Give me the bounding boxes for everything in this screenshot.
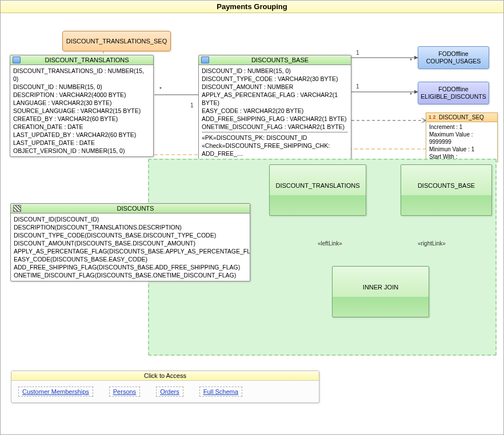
table-icon xyxy=(201,57,209,63)
col: DISCOUNT_TYPE_CODE(DISCOUNTS_BASE.DISCOU… xyxy=(14,231,247,239)
col: LANGUAGE : VARCHAR2(30 BYTE) xyxy=(13,99,150,107)
seq-row: Increment : 1 xyxy=(429,123,494,131)
diagram-title: Payments Grouping xyxy=(1,1,503,13)
entity-columns: DISCOUNT_ID : NUMBER(15, 0) DISCOUNT_TYP… xyxy=(199,65,351,159)
entity-header: DISCOUNTS_BASE xyxy=(199,55,351,65)
ref-coupon-usages[interactable]: FODOffline COUPON_USAGES xyxy=(418,46,489,69)
col: DESCRIPTION : VARCHAR2(4000 BYTE) xyxy=(13,91,150,99)
ref-table: ELIGIBLE_DISCOUNTS xyxy=(419,93,487,100)
cardinality-one: 1 xyxy=(356,83,359,90)
col: APPLY_AS_PERCENTAGE_FLAG : VARCHAR2(1 BY… xyxy=(202,91,348,107)
entity-discount-translations[interactable]: DISCOUNT_TRANSLATIONS DISCOUNT_TRANSLATI… xyxy=(10,55,154,157)
cardinality-star: * xyxy=(159,86,162,92)
seq-header: 1 2 DISCOUNT_SEQ xyxy=(426,113,497,122)
entity-discounts-base[interactable]: DISCOUNTS_BASE DISCOUNT_ID : NUMBER(15, … xyxy=(198,55,351,160)
table-icon xyxy=(13,57,21,63)
right-link-label: «rightLink» xyxy=(418,240,446,247)
ref-schema: FODOffline xyxy=(419,50,487,58)
link-full-schema[interactable]: Full Schema xyxy=(203,388,238,395)
seq-row: Maximum Value : 9999999 xyxy=(429,131,494,146)
col: DISCOUNT_ID : NUMBER(15, 0) xyxy=(202,67,348,75)
col: ONETIME_DISCOUNT_FLAG(DISCOUNTS_BASE.ONE… xyxy=(14,271,247,279)
col: OBJECT_VERSION_ID : NUMBER(15, 0) xyxy=(13,147,150,155)
seq-label: DISCOUNT_TRANSLATIONS_SEQ xyxy=(66,38,167,45)
col: SOURCE_LANGUAGE : VARCHAR2(15 BYTE) xyxy=(13,107,150,115)
diagram-canvas: Payments Grouping DISCOUNT_T xyxy=(0,0,504,435)
cardinality-star: * xyxy=(410,92,412,98)
link-orders[interactable]: Orders xyxy=(160,388,179,395)
col: CREATED_BY : VARCHAR2(60 BYTE) xyxy=(13,115,150,123)
sequence-discount-seq[interactable]: 1 2 DISCOUNT_SEQ Increment : 1 Maximum V… xyxy=(426,112,498,162)
cardinality-one: 1 xyxy=(356,50,359,56)
col: APPLY_AS_PERCENTAGE_FLAG(DISCOUNTS_BASE.… xyxy=(14,247,247,255)
view-discounts[interactable]: DISCOUNTS DISCOUNT_ID(DISCOUNT_ID) DESCR… xyxy=(10,203,250,281)
link-customer-memberships[interactable]: Customer Memberships xyxy=(22,388,89,395)
cardinality-one: 1 xyxy=(190,102,194,108)
col: EASY_CODE : VARCHAR2(20 BYTE) xyxy=(202,107,348,115)
sequence-discount-translations-seq: DISCOUNT_TRANSLATIONS_SEQ xyxy=(62,31,171,51)
join-source-label: DISCOUNTS_BASE xyxy=(401,182,491,189)
cardinality-star: * xyxy=(410,58,412,64)
ref-table: COUPON_USAGES xyxy=(419,58,487,65)
entity-header: DISCOUNT_TRANSLATIONS xyxy=(10,55,153,65)
col: ONETIME_DISCOUNT_FLAG : VARCHAR2(1 BYTE) xyxy=(202,123,348,131)
link-persons[interactable]: Persons xyxy=(113,388,136,395)
col: DISCOUNT_TRANSLATIONS_ID : NUMBER(15, 0) xyxy=(13,67,150,83)
seq-title: DISCOUNT_SEQ xyxy=(439,114,484,120)
col: EASY_CODE(DISCOUNTS_BASE.EASY_CODE) xyxy=(14,255,247,263)
access-panel: Click to Access Customer Memberships Per… xyxy=(11,370,319,403)
ref-schema: FODOffline xyxy=(419,86,487,93)
col: DISCOUNT_ID : NUMBER(15, 0) xyxy=(13,83,150,91)
access-title: Click to Access xyxy=(11,371,319,381)
ref-eligible-discounts[interactable]: FODOffline ELIGIBLE_DISCOUNTS xyxy=(418,82,489,104)
join-source-label: DISCOUNT_TRANSLATIONS xyxy=(270,182,366,189)
sequence-icon: 1 2 xyxy=(429,114,436,120)
col: CREATION_DATE : DATE xyxy=(13,123,150,131)
join-node[interactable]: INNER JOIN xyxy=(332,266,429,317)
entity-columns: DISCOUNT_ID(DISCOUNT_ID) DESCRIPTION(DIS… xyxy=(11,214,250,281)
entity-columns: DISCOUNT_TRANSLATIONS_ID : NUMBER(15, 0)… xyxy=(10,65,153,156)
constraint: «Check»DISCOUNTS_FREE_SHIPPING_CHK: ADD_… xyxy=(202,142,348,158)
col: DISCOUNT_AMOUNT : NUMBER xyxy=(202,83,348,91)
col: LAST_UPDATE_DATE : DATE xyxy=(13,139,150,147)
col: ADD_FREE_SHIPPING_FLAG : VARCHAR2(1 BYTE… xyxy=(202,115,348,123)
entity-title: DISCOUNT_TRANSLATIONS xyxy=(45,57,129,63)
col: DISCOUNT_ID(DISCOUNT_ID) xyxy=(14,215,247,223)
join-source-right[interactable]: DISCOUNTS_BASE xyxy=(401,164,492,216)
constraint: «PK»DISCOUNTS_PK: DISCOUNT_ID xyxy=(202,134,348,142)
view-icon xyxy=(13,205,21,212)
col: DISCOUNT_AMOUNT(DISCOUNTS_BASE.DISCOUNT_… xyxy=(14,239,247,247)
left-link-label: «leftLink» xyxy=(318,240,342,247)
access-links: Customer Memberships Persons Orders Full… xyxy=(11,381,319,402)
col: LAST_UPDATED_BY : VARCHAR2(60 BYTE) xyxy=(13,131,150,139)
seq-row: Minimun Value : 1 xyxy=(429,146,494,153)
entity-title: DISCOUNTS xyxy=(117,205,154,212)
join-node-label: INNER JOIN xyxy=(333,284,429,291)
seq-body: Increment : 1 Maximum Value : 9999999 Mi… xyxy=(426,122,497,162)
entity-header: DISCOUNTS xyxy=(11,204,250,214)
col: DISCOUNT_TYPE_CODE : VARCHAR2(30 BYTE) xyxy=(202,75,348,83)
col: ADD_FREE_SHIPPING_FLAG(DISCOUNTS_BASE.AD… xyxy=(14,263,247,271)
entity-title: DISCOUNTS_BASE xyxy=(251,57,309,63)
col: DESCRIPTION(DISCOUNT_TRANSLATIONS.DESCRI… xyxy=(14,223,247,231)
join-source-left[interactable]: DISCOUNT_TRANSLATIONS xyxy=(269,164,366,216)
